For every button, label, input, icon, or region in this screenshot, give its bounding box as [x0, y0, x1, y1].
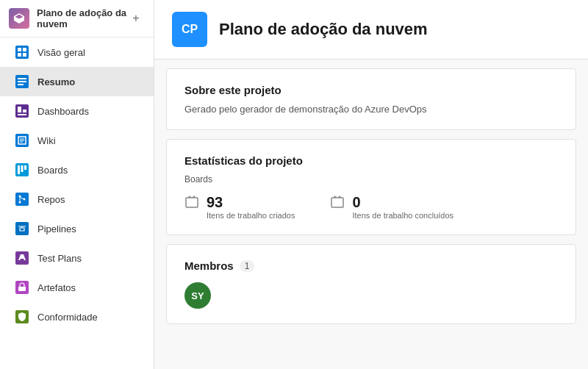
add-project-button[interactable]: +	[127, 10, 145, 27]
sidebar-item-pipelines[interactable]: Pipelines	[0, 214, 154, 243]
sidebar-label-artefatos: Artefatos	[37, 282, 76, 293]
svg-rect-5	[18, 81, 26, 82]
stat-created-info: 93 Itens de trabalho criados	[207, 193, 295, 220]
repos-icon	[14, 191, 30, 207]
sidebar-item-dashboards[interactable]: Dashboards	[0, 96, 154, 126]
sidebar-label-test-plans: Test Plans	[37, 253, 82, 264]
boards-label: Boards	[184, 174, 558, 184]
sidebar-item-wiki[interactable]: Wiki	[0, 126, 154, 155]
sidebar-item-visao-geral[interactable]: Visão geral	[0, 37, 154, 67]
svg-rect-12	[24, 165, 26, 170]
svg-rect-4	[18, 78, 26, 79]
svg-rect-16	[18, 287, 26, 291]
svg-rect-17	[186, 198, 198, 207]
sidebar-item-test-plans[interactable]: Test Plans	[0, 243, 154, 273]
svg-point-13	[19, 196, 21, 198]
svg-rect-11	[21, 165, 24, 172]
wiki-icon	[14, 132, 30, 148]
project-header: CP Plano de adoção da nuvem	[154, 0, 588, 60]
work-item-done-icon	[330, 195, 345, 212]
boards-icon	[14, 162, 30, 178]
resumo-icon	[14, 74, 30, 90]
members-header: Membros 1	[184, 259, 558, 272]
svg-rect-6	[18, 84, 24, 85]
project-avatar: CP	[172, 12, 207, 47]
stat-created-text: Itens de trabalho criados	[207, 211, 295, 220]
members-section: Membros 1 SY	[166, 244, 576, 324]
sidebar-label-resumo: Resumo	[37, 76, 75, 87]
sidebar-label-pipelines: Pipelines	[37, 223, 76, 234]
sidebar-label-boards: Boards	[37, 165, 68, 176]
sidebar-label-repos: Repos	[37, 194, 65, 205]
sidebar-item-repos[interactable]: Repos	[0, 184, 154, 214]
main-content: CP Plano de adoção da nuvem Sobre este p…	[154, 0, 588, 369]
stat-created: 93 Itens de trabalho criados	[184, 193, 295, 220]
project-logo-icon	[9, 8, 29, 29]
svg-rect-7	[18, 107, 21, 112]
svg-rect-3	[23, 53, 26, 57]
artefatos-icon	[14, 279, 30, 295]
sidebar-item-resumo[interactable]: Resumo	[0, 67, 154, 96]
sidebar-label-conformidade: Conformidade	[37, 312, 98, 323]
svg-rect-2	[18, 53, 21, 57]
work-item-icon	[184, 195, 199, 212]
sidebar: Plano de adoção da nuvem + Visão geral R…	[0, 0, 154, 369]
stats-title: Estatísticas do projeto	[184, 154, 558, 167]
stats-section: Estatísticas do projeto Boards 93 Itens …	[166, 139, 576, 235]
dashboards-icon	[14, 103, 30, 119]
about-section: Sobre este projeto Gerado pelo gerador d…	[166, 68, 576, 130]
about-description: Gerado pelo gerador de demonstração do A…	[184, 104, 558, 115]
sidebar-label-dashboards: Dashboards	[37, 106, 89, 117]
sidebar-header: Plano de adoção da nuvem +	[0, 0, 154, 37]
test-plans-icon	[14, 250, 30, 266]
members-title: Membros	[184, 259, 234, 272]
svg-point-14	[19, 201, 21, 204]
sidebar-item-artefatos[interactable]: Artefatos	[0, 273, 154, 302]
sidebar-label-visao-geral: Visão geral	[37, 47, 85, 58]
sidebar-project-title: Plano de adoção da nuvem	[37, 7, 127, 29]
sidebar-item-boards[interactable]: Boards	[0, 155, 154, 184]
stat-created-number: 93	[207, 193, 295, 211]
svg-rect-8	[23, 110, 26, 112]
svg-rect-0	[18, 48, 21, 51]
project-title: Plano de adoção da nuvem	[219, 20, 428, 39]
stat-completed-info: 0 Itens de trabalho concluídos	[352, 193, 453, 220]
overview-icon	[14, 44, 30, 60]
stat-completed-text: Itens de trabalho concluídos	[352, 211, 453, 220]
sidebar-item-conformidade[interactable]: Conformidade	[0, 302, 154, 332]
conformidade-icon	[14, 309, 30, 325]
members-count: 1	[240, 260, 255, 272]
stat-completed: 0 Itens de trabalho concluídos	[330, 193, 453, 220]
svg-rect-10	[18, 165, 20, 174]
svg-rect-1	[23, 48, 26, 51]
pipelines-icon	[14, 221, 30, 237]
svg-rect-9	[18, 114, 26, 115]
content-area: Sobre este projeto Gerado pelo gerador d…	[154, 68, 588, 324]
sidebar-label-wiki: Wiki	[37, 135, 56, 146]
stat-completed-number: 0	[352, 193, 453, 211]
svg-rect-18	[331, 198, 343, 207]
member-avatar[interactable]: SY	[184, 282, 211, 309]
stats-row: 93 Itens de trabalho criados 0 Itens de …	[184, 193, 558, 220]
about-title: Sobre este projeto	[184, 84, 558, 96]
